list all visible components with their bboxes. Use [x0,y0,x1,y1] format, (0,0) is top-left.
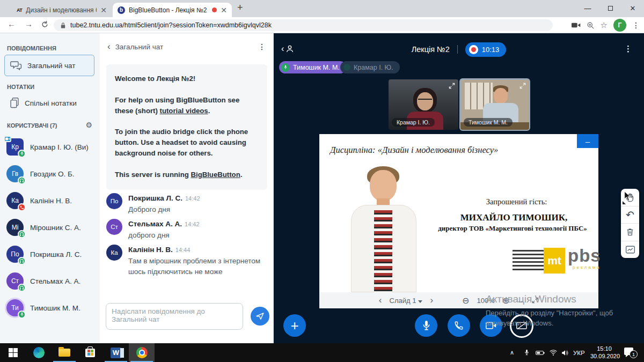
language-indicator[interactable]: УКР [573,343,585,362]
windows-activation-title: Активація Windows [486,293,576,305]
word-icon: W [111,348,121,358]
chat-message-input[interactable] [106,303,243,330]
new-tab-button[interactable]: + [237,2,243,13]
user-list-item[interactable]: Мі Мірошник С. А. [0,216,100,239]
tray-battery-icon[interactable] [536,343,545,362]
url-text: tube2.tntu.edu.ua/html5client/join?sessi… [70,21,272,29]
sidebar-item-shared-notes[interactable]: Спільні нотатки [4,92,94,114]
taskbar-chrome-active[interactable] [129,343,155,362]
windows-taskbar: W ∧ УКР 15:10 30.09.2020 1 [0,343,644,362]
chat-bubbles-icon [10,61,22,70]
record-dot-icon [469,45,478,54]
slide-discipline-title: Дисципліна: «Дизайн і моделювання бізнес… [330,145,498,156]
browser-tab-1[interactable]: AT Дизайн і моделювання бізнесу ✕ [12,3,112,17]
options-menu-icon[interactable]: ⋮ [624,44,632,54]
muted-dot-icon [343,64,350,71]
sidebar-item-label: Спільні нотатки [25,99,77,107]
taskbar-explorer[interactable] [52,343,77,362]
sidebar-item-public-chat[interactable]: Загальний чат [4,55,94,76]
tray-expand-icon[interactable]: ∧ [510,343,514,362]
message-time: 14:44 [175,247,191,253]
mtpbs-logo: mt pbs реклама [513,248,601,274]
user-list-item[interactable]: Ка Калінін Н. В. [0,189,100,212]
tab-title: BigBlueButton - Лекція №2 [129,6,208,14]
recording-indicator[interactable]: 10:13 [465,42,507,57]
media-camera-icon[interactable] [572,22,581,28]
browser-menu-icon[interactable]: ⋮ [632,21,640,29]
bookmark-star-icon[interactable]: ☆ [601,20,608,30]
tray-wifi-icon[interactable] [550,343,557,362]
user-list-item[interactable]: Кр Крамар І. Ю. (Ви) [0,135,100,159]
edge-icon [33,347,45,358]
chat-message: Ка Калінін Н. В.14:44 Там в мірошник про… [106,245,267,278]
minimize-presentation-button[interactable]: – [577,134,598,148]
undo-icon: ↶ [626,210,634,220]
talking-indicator-muted[interactable]: Крамар І. Ю. [340,61,400,73]
bigbluebutton-link[interactable]: BigBlueButton [191,171,240,179]
guest-label: Запрошений гість: [443,197,590,206]
clock[interactable]: 15:10 30.09.2020 [590,345,618,360]
leave-audio-button[interactable] [448,314,470,337]
forward-icon[interactable]: → [25,19,33,28]
send-message-button[interactable] [251,307,269,326]
multi-user-whiteboard-button[interactable] [621,241,639,258]
avatar: Ст [6,272,24,290]
tray-volume-icon[interactable] [561,343,569,362]
phone-icon [454,321,464,330]
slide-selector[interactable]: Слайд 1 [390,297,423,305]
address-box[interactable]: tube2.tntu.edu.ua/html5client/join?sessi… [54,19,553,31]
presentation-slide[interactable]: – Дисципліна: «Дизайн і моделювання бізн… [319,134,598,292]
message-text: Там в мірошник проблеми з інтернетом шос… [128,256,267,278]
fullscreen-icon[interactable] [448,82,456,90]
chat-back-icon[interactable]: ‹ [107,41,111,52]
user-name: Крамар І. Ю. (Ви) [30,143,89,151]
window-minimize-button[interactable]: — [576,0,599,16]
user-list-item[interactable]: Гв Гвоздик О. Б. [0,162,100,186]
notification-badge[interactable]: 1 [630,350,638,358]
browser-tab-strip: AT Дизайн і моделювання бізнесу ✕ b BigB… [0,0,644,17]
previous-slide-button[interactable]: ‹ [379,295,382,306]
clear-annotations-button[interactable] [621,224,639,241]
window-close-button[interactable]: ✕ [621,0,644,16]
listen-badge-icon [18,230,26,238]
taskbar-edge[interactable] [26,343,52,362]
mic-badge-icon [18,311,26,319]
user-name: Тимошик М. М. [30,304,80,312]
zoom-out-icon[interactable]: ⊖ [462,295,469,306]
windows-activation-text: Перейдіть до розділу "Настройки", щоб ак… [486,308,613,329]
avatar: Ка [6,192,24,209]
message-author: Покришка Л. С. [128,194,182,202]
taskbar-word[interactable]: W [103,343,129,362]
messages-header: ПОВІДОМЛЕННЯ [7,45,56,51]
tab-close-icon[interactable]: ✕ [100,6,107,14]
window-restore-button[interactable] [599,0,621,16]
zoom-page-icon[interactable] [587,21,595,29]
tutorial-videos-link[interactable]: tutorial videos [160,107,208,115]
mute-microphone-button[interactable] [415,314,437,337]
tab-close-icon[interactable]: ✕ [221,6,227,14]
public-chat-panel: ‹ Загальний чат ⋮ Welcome to Лекція №2! … [100,33,274,343]
manage-users-gear-icon[interactable]: ⚙ [85,121,92,129]
chat-options-icon[interactable]: ⋮ [258,42,266,51]
user-list-item[interactable]: Ти Тимошик М. М. [0,296,100,320]
browser-tab-2-active[interactable]: b BigBlueButton - Лекція №2 ✕ [113,3,232,17]
browser-profile-avatar[interactable]: Г [613,19,626,32]
user-list-item[interactable]: По Покришка Л. С. [0,242,100,266]
talking-indicator[interactable]: Тимошик М. М. [279,61,346,73]
user-name: Стельмах А. А. [30,277,80,285]
windows-logo-icon [9,348,18,357]
actions-plus-button[interactable]: + [283,314,306,337]
undo-button[interactable]: ↶ [621,206,639,224]
webcam-tymoshyk[interactable]: Тимошик М. М. [460,79,529,130]
next-slide-button[interactable]: › [430,295,433,306]
fullscreen-icon[interactable] [519,82,526,90]
webcam-kramar[interactable]: Крамар І. Ю. [389,79,458,130]
back-icon[interactable]: ← [8,19,16,28]
reload-icon[interactable] [41,20,49,28]
user-name: Гвоздик О. Б. [30,170,75,178]
taskbar-store[interactable] [77,343,103,362]
tray-mic-icon[interactable] [524,343,530,362]
start-button[interactable] [0,343,26,362]
user-list-item[interactable]: Ст Стельмах А. А. [0,269,100,293]
chat-title: Загальний чат [115,43,163,51]
